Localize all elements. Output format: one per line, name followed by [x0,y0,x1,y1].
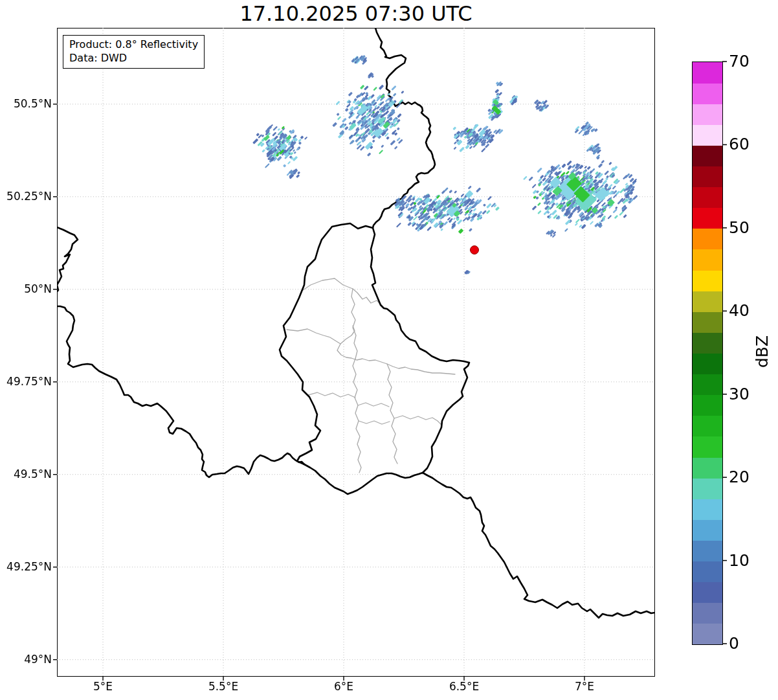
y-tick-label: 49.75°N [0,376,52,387]
colorbar-tick-label: 20 [729,469,750,485]
colorbar-axis-label: dBZ [753,333,772,370]
colorbar-tick-label: 70 [729,53,750,69]
y-tick-label: 49°N [0,654,52,665]
product-info-box: Product: 0.8° Reflectivity Data: DWD [63,35,205,69]
colorbar-ticks [0,0,778,700]
product-info-line2: Data: DWD [69,51,198,65]
x-tick-label: 7°E [555,681,614,692]
colorbar-tick-label: 60 [729,136,750,152]
radar-map-figure: 17.10.2025 07:30 UTC Product: 0.8° Refle… [0,0,778,700]
colorbar-tick-label: 30 [729,386,750,402]
x-tick-label: 5.5°E [194,681,252,692]
colorbar-tick-label: 0 [729,635,739,651]
y-tick-label: 50.5°N [0,98,52,109]
colorbar-tick-label: 40 [729,302,750,319]
x-tick-label: 6.5°E [435,681,493,692]
x-tick-label: 5°E [74,681,132,692]
product-info-line1: Product: 0.8° Reflectivity [69,38,198,51]
colorbar-tick-label: 10 [729,552,750,569]
y-tick-label: 50°N [0,284,52,295]
colorbar-tick-label: 50 [729,220,750,236]
y-tick-label: 49.5°N [0,469,52,480]
y-tick-label: 50.25°N [0,191,52,202]
y-tick-label: 49.25°N [0,561,52,572]
x-tick-label: 6°E [315,681,373,692]
